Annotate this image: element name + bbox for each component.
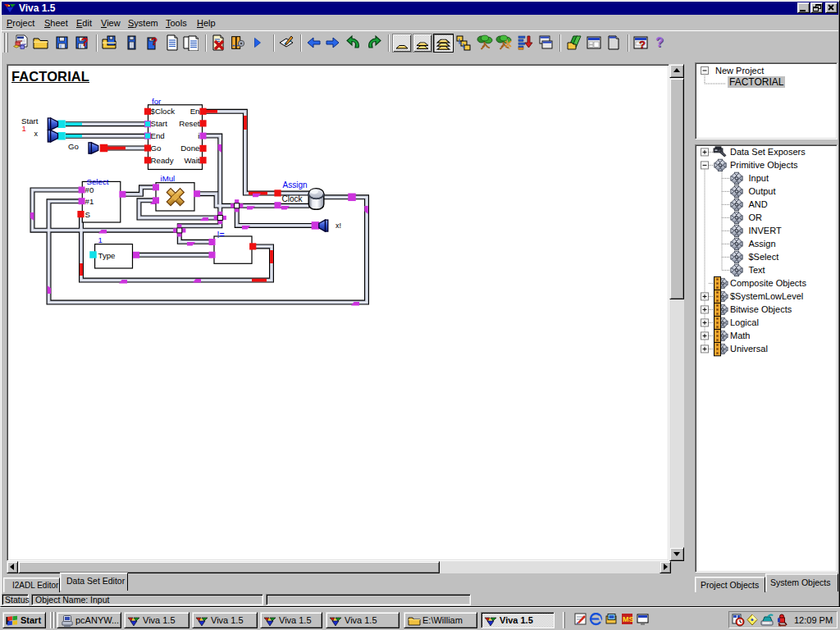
svg-text:MS: MS xyxy=(623,615,634,623)
svg-text:?: ? xyxy=(151,35,158,48)
svg-text:?: ? xyxy=(639,39,646,51)
svg-text:?: ? xyxy=(81,35,89,48)
